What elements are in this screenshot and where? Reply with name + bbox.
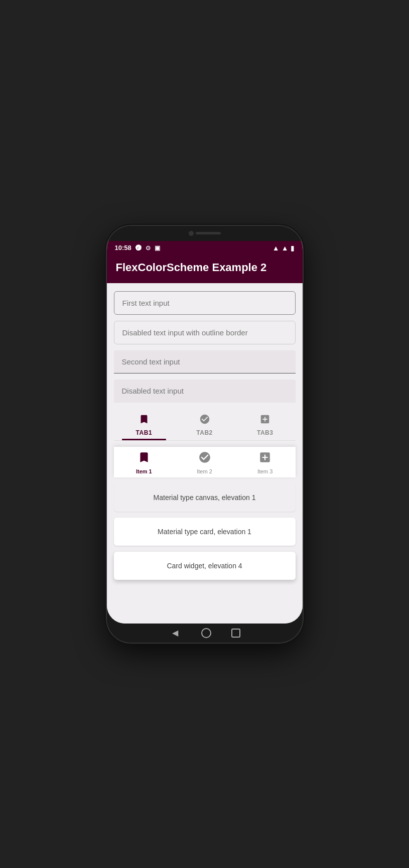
bottom-nav-panel: Item 1 Item 2 Item 3 [114,447,296,477]
status-icon-a: 🅐 [135,244,142,252]
phone-bottom-bar: ◀ [107,624,303,643]
phone-top-bar [107,226,303,241]
home-button[interactable] [201,628,211,638]
tab3-label: TAB3 [257,429,273,436]
tab2-label: TAB2 [196,429,212,436]
content-area[interactable]: TAB1 TAB2 TAB3 [107,283,303,624]
signal-icon: ▲ [282,244,289,252]
checkmark-icon-nav2 [198,451,211,466]
tab-item-2[interactable]: TAB2 [174,409,235,440]
disabled-filled-input [114,380,296,403]
status-icon-c: ▣ [155,244,160,252]
plus-box-icon-nav3 [258,451,271,466]
tab-bar: TAB1 TAB2 TAB3 [114,409,296,441]
bookmark-icon-tab1 [139,414,150,427]
app-title: FlexColorScheme Example 2 [116,261,267,274]
canvas-card: Material type canvas, elevation 1 [114,483,296,512]
widget-card-label: Card widget, elevation 4 [167,562,242,570]
elevation4-card: Card widget, elevation 4 [114,552,296,580]
nav-item-3[interactable]: Item 3 [235,447,296,477]
camera [189,231,194,236]
nav2-label: Item 2 [197,468,212,474]
speaker [196,232,221,234]
tab-item-1[interactable]: TAB1 [114,409,175,440]
wifi-icon: ▲ [272,244,280,252]
card-label: Material type card, elevation 1 [158,528,251,536]
bookmark-icon-nav1 [138,451,151,466]
tab-item-3[interactable]: TAB3 [235,409,296,440]
tab1-label: TAB1 [136,429,152,436]
app-header: FlexColorScheme Example 2 [107,255,303,283]
second-text-input[interactable] [114,350,296,374]
back-button[interactable]: ◀ [169,627,181,639]
canvas-card-label: Material type canvas, elevation 1 [154,493,256,502]
status-bar: 10:58 🅐 ⊙ ▣ ▲ ▲ ▮ [107,241,303,255]
status-icon-b: ⊙ [146,244,151,252]
screen: 10:58 🅐 ⊙ ▣ ▲ ▲ ▮ FlexColorScheme Exampl… [107,241,303,624]
checkmark-icon-tab2 [199,414,210,427]
status-time: 10:58 [115,244,131,252]
nav-item-2[interactable]: Item 2 [174,447,235,477]
nav-item-1[interactable]: Item 1 [114,447,175,477]
elevation1-card: Material type card, elevation 1 [114,518,296,546]
status-left: 10:58 🅐 ⊙ ▣ [115,244,160,252]
nav1-label: Item 1 [136,468,152,474]
plus-box-icon-tab3 [259,414,270,427]
status-right: ▲ ▲ ▮ [272,244,295,252]
disabled-outline-input [114,321,296,344]
first-text-input[interactable] [114,291,296,315]
recent-button[interactable] [231,629,240,638]
battery-icon: ▮ [291,244,295,252]
phone-frame: 10:58 🅐 ⊙ ▣ ▲ ▲ ▮ FlexColorScheme Exampl… [107,226,303,643]
nav3-label: Item 3 [257,468,273,474]
